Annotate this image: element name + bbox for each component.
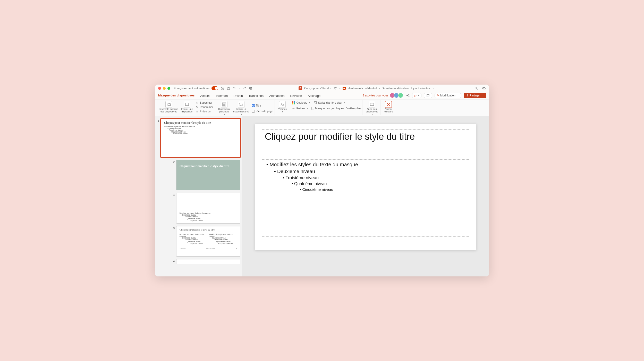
layout-thumbnail[interactable]: Cliquez pour modifier le style du titre xyxy=(176,160,240,190)
placeholder-icon xyxy=(238,101,244,108)
insert-placeholder-button[interactable]: Insérer un espace réservé▾ xyxy=(233,101,250,116)
title-sep: • xyxy=(340,87,341,90)
search-icon[interactable] xyxy=(474,86,478,90)
app-window: Enregistrement automatique ▾ ⋯ P Conçu p… xyxy=(155,85,489,276)
pencil-icon: ✎ xyxy=(437,94,439,97)
comments-button[interactable] xyxy=(424,93,432,98)
tab-draw[interactable]: Dessin xyxy=(233,94,243,99)
thumb-bullet: Deuxième niveau xyxy=(182,214,237,216)
redo-icon[interactable] xyxy=(242,86,247,90)
bg-styles-button[interactable]: Styles d'arrière-plan▾ xyxy=(313,101,345,105)
thumb-body: Modifiez les styles du texte du masque D… xyxy=(164,126,237,135)
thumb-bullet: Deuxième niveau xyxy=(212,237,237,239)
delete-layout-button[interactable]: ✕Supprimer xyxy=(195,101,213,105)
tab-animations[interactable]: Animations xyxy=(269,94,285,99)
master-layout-button[interactable]: Disposition principale▾ xyxy=(218,101,231,116)
thumb-number: 3 xyxy=(172,226,175,230)
body-placeholder[interactable]: Modifiez les styles du texte du masque D… xyxy=(262,159,469,237)
insert-layout-button[interactable]: Insérer une disposition xyxy=(180,101,194,114)
close-master-button[interactable]: Fermer le maître xyxy=(383,101,394,114)
thumb-bullet: Quatrième niveau xyxy=(187,241,208,242)
thumb-bullet: Troisième niveau xyxy=(185,239,208,241)
thumb-title: Cliquez pour modifier le style du titre xyxy=(180,228,237,231)
undo-icon[interactable] xyxy=(233,86,237,90)
preserve-label: Préserver xyxy=(200,110,212,113)
copilot-icon[interactable] xyxy=(482,86,486,90)
avatar[interactable] xyxy=(398,93,403,98)
thumb-slide-num: # xyxy=(236,248,237,249)
thumb-bullet: Modifiez les styles du texte du masque xyxy=(164,126,237,127)
save-icon[interactable] xyxy=(226,86,231,90)
thumb-bullet: Cinquième niveau xyxy=(218,242,237,244)
more-qat-icon[interactable]: ⋯ xyxy=(255,86,259,90)
close-window-icon[interactable] xyxy=(158,87,161,90)
svg-point-5 xyxy=(335,87,336,88)
printer-icon[interactable] xyxy=(249,86,253,90)
thumbnail-pane[interactable]: 1 Cliquez pour modifier le style du titr… xyxy=(155,116,242,276)
thumb-title: Cliquez pour modifier le style du titre xyxy=(164,121,237,125)
thumb-bullet: Quatrième niveau xyxy=(216,241,237,242)
colors-label: Couleurs xyxy=(296,101,307,104)
tab-insert[interactable]: Insertion xyxy=(215,94,228,99)
preserve-button[interactable]: ⧉Préserver xyxy=(195,109,213,113)
home-icon[interactable] xyxy=(220,86,224,90)
svg-rect-17 xyxy=(292,101,293,103)
insert-slide-master-button[interactable]: Insérer le masque des diapositives xyxy=(159,101,179,114)
layout-thumbnail[interactable]: Cliquez pour modifier le style du titre … xyxy=(176,226,240,257)
maximize-window-icon[interactable] xyxy=(167,87,170,90)
themes-label: Thèmes xyxy=(278,108,287,111)
body-level-4: Quatrième niveau xyxy=(292,181,466,187)
share-people-icon[interactable] xyxy=(333,86,337,90)
tab-view[interactable]: Affichage xyxy=(307,94,321,99)
tab-slide-master[interactable]: Masque des diapositives xyxy=(158,94,195,99)
minimize-window-icon[interactable] xyxy=(163,87,166,90)
thumb-bullet: Deuxième niveau xyxy=(167,127,237,129)
rename-layout-button[interactable]: ✎Renommer xyxy=(195,105,213,109)
master-layout-label: Disposition principale xyxy=(218,108,230,113)
undo-dropdown-icon[interactable]: ▾ xyxy=(239,87,240,89)
layout-thumbnail[interactable]: Modifiez les styles du texte du masque D… xyxy=(176,193,240,224)
share-icon: ⇪ xyxy=(466,94,469,97)
presence-avatars[interactable] xyxy=(391,93,403,98)
last-modified-dropdown-icon[interactable]: ⌄ xyxy=(433,87,434,89)
slide-size-icon xyxy=(369,101,375,108)
svg-rect-16 xyxy=(240,103,243,106)
svg-rect-18 xyxy=(294,101,295,103)
activities-label[interactable]: 3 activités pour vous xyxy=(362,94,388,97)
slide-master-canvas[interactable]: Cliquez pour modifier le style du titre … xyxy=(255,124,476,250)
svg-rect-19 xyxy=(292,103,293,104)
thumb-bullet: Modifiez les styles du texte du masque xyxy=(209,233,237,237)
tab-home[interactable]: Accueil xyxy=(200,94,211,99)
body-level-1: Modifiez les styles du texte du masque xyxy=(266,161,466,168)
colors-button[interactable]: Couleurs▾ xyxy=(292,101,310,105)
hide-bg-checkbox[interactable]: Masquer les graphiques d'arrière-plan xyxy=(311,106,361,110)
workspace: 1 Cliquez pour modifier le style du titr… xyxy=(155,116,489,276)
themes-icon: Aa xyxy=(279,101,286,108)
themes-button[interactable]: Aa Thèmes▾ xyxy=(277,101,287,114)
title-placeholder[interactable]: Cliquez pour modifier le style du titre xyxy=(262,129,469,157)
group-close: Fermer le maître xyxy=(382,100,395,115)
tab-transitions[interactable]: Transitions xyxy=(248,94,264,99)
delete-label: Supprimer xyxy=(200,101,212,104)
powerpoint-icon: P xyxy=(299,86,302,90)
group-themes: Aa Thèmes▾ xyxy=(276,100,289,115)
slide-canvas-area[interactable]: Cliquez pour modifier le style du titre … xyxy=(242,116,489,276)
present-button[interactable]: ▷▾ xyxy=(412,93,421,98)
share-button[interactable]: ⇪Partager⌄ xyxy=(464,93,486,98)
checkbox-icon xyxy=(252,110,255,113)
sensitivity-icon xyxy=(343,87,346,90)
autosave-toggle[interactable] xyxy=(211,86,218,90)
layout-thumbnail[interactable] xyxy=(176,259,240,264)
insert-slide-master-label: Insérer le masque des diapositives xyxy=(159,108,178,113)
title-cb-label: Titre xyxy=(256,104,261,107)
tab-review[interactable]: Révision xyxy=(290,94,302,99)
presence-more-count[interactable]: +2 xyxy=(406,94,410,97)
svg-rect-22 xyxy=(370,103,374,106)
slide-size-label: Taille des diapositives xyxy=(366,108,378,113)
footers-checkbox[interactable]: Pieds de page xyxy=(252,109,273,113)
master-thumbnail[interactable]: Cliquez pour modifier le style du titre … xyxy=(161,119,240,157)
slide-size-button[interactable]: Taille des diapositives▾ xyxy=(365,101,379,116)
fonts-button[interactable]: AaPolices▾ xyxy=(292,106,308,110)
editing-mode-button[interactable]: ✎Modification⌄ xyxy=(435,93,461,98)
title-checkbox[interactable]: Titre xyxy=(252,104,273,107)
